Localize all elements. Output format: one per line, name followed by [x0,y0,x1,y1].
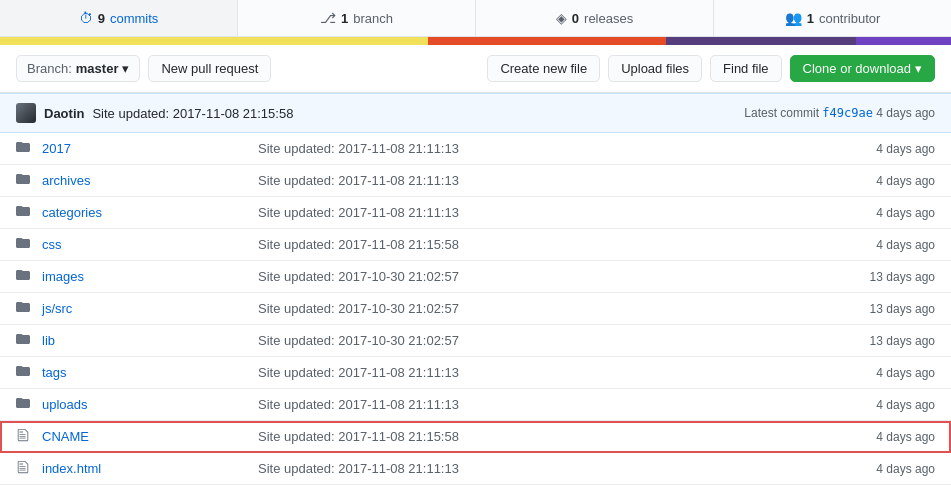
file-name-link[interactable]: images [42,269,84,284]
lang-other-segment [856,37,951,45]
avatar [16,103,36,123]
file-age: 4 days ago [815,174,935,188]
commit-author[interactable]: Daotin [44,106,84,121]
commits-count: 9 [98,11,105,26]
language-color-bar [0,37,951,45]
commit-bar-left: Daotin Site updated: 2017-11-08 21:15:58 [16,103,293,123]
folder-icon [16,237,30,253]
contributors-stat[interactable]: 👥 1 contributor [714,0,951,36]
file-commit-msg: Site updated: 2017-11-08 21:11:13 [242,397,815,412]
file-name-link[interactable]: tags [42,365,67,380]
file-age: 4 days ago [815,398,935,412]
table-row: index.html Site updated: 2017-11-08 21:1… [0,453,951,485]
contributors-icon: 👥 [785,10,802,26]
file-name-link[interactable]: uploads [42,397,88,412]
stats-bar: ⏱ 9 commits ⎇ 1 branch ◈ 0 releases 👥 1 … [0,0,951,37]
file-name-link[interactable]: index.html [42,461,101,476]
releases-stat[interactable]: ◈ 0 releases [476,0,714,36]
upload-files-button[interactable]: Upload files [608,55,702,82]
branch-selector[interactable]: Branch: master ▾ [16,55,140,82]
file-commit-msg: Site updated: 2017-10-30 21:02:57 [242,333,815,348]
branch-chevron-icon: ▾ [122,61,129,76]
file-name-link[interactable]: archives [42,173,90,188]
file-list: 2017 Site updated: 2017-11-08 21:11:13 4… [0,133,951,485]
toolbar-left: Branch: master ▾ New pull request [16,55,271,82]
table-row: archives Site updated: 2017-11-08 21:11:… [0,165,951,197]
file-age: 4 days ago [815,430,935,444]
commits-stat[interactable]: ⏱ 9 commits [0,0,238,36]
branches-stat[interactable]: ⎇ 1 branch [238,0,476,36]
folder-icon [16,205,30,221]
folder-icon [16,173,30,189]
commit-info-bar: Daotin Site updated: 2017-11-08 21:15:58… [0,93,951,133]
table-row: categories Site updated: 2017-11-08 21:1… [0,197,951,229]
toolbar-right: Create new file Upload files Find file C… [487,55,935,82]
file-age: 4 days ago [815,366,935,380]
file-name-link[interactable]: CNAME [42,429,89,444]
commit-message: Site updated: 2017-11-08 21:15:58 [92,106,293,121]
branch-label: Branch: [27,61,72,76]
file-name-link[interactable]: categories [42,205,102,220]
folder-icon [16,301,30,317]
table-row: images Site updated: 2017-10-30 21:02:57… [0,261,951,293]
file-age: 4 days ago [815,142,935,156]
commits-label: commits [110,11,158,26]
clone-button-label: Clone or download [803,61,911,76]
file-commit-msg: Site updated: 2017-11-08 21:15:58 [242,237,815,252]
file-icon [16,461,30,477]
releases-icon: ◈ [556,10,567,26]
commit-hash[interactable]: f49c9ae [822,106,873,120]
new-pull-request-button[interactable]: New pull request [148,55,271,82]
folder-icon [16,333,30,349]
releases-label: releases [584,11,633,26]
folder-icon [16,397,30,413]
file-name-link[interactable]: lib [42,333,55,348]
table-row: CNAME Site updated: 2017-11-08 21:15:58 … [0,421,951,453]
commits-icon: ⏱ [79,10,93,26]
table-row: lib Site updated: 2017-10-30 21:02:57 13… [0,325,951,357]
file-commit-msg: Site updated: 2017-11-08 21:11:13 [242,141,815,156]
file-age: 4 days ago [815,206,935,220]
clone-chevron-icon: ▾ [915,61,922,76]
folder-icon [16,141,30,157]
create-new-file-button[interactable]: Create new file [487,55,600,82]
table-row: 2017 Site updated: 2017-11-08 21:11:13 4… [0,133,951,165]
file-commit-msg: Site updated: 2017-11-08 21:11:13 [242,205,815,220]
file-name-link[interactable]: 2017 [42,141,71,156]
file-icon [16,429,30,445]
branches-icon: ⎇ [320,10,336,26]
folder-icon [16,269,30,285]
lang-html-segment [428,37,666,45]
find-file-button[interactable]: Find file [710,55,782,82]
repository-toolbar: Branch: master ▾ New pull request Create… [0,45,951,93]
file-commit-msg: Site updated: 2017-10-30 21:02:57 [242,301,815,316]
table-row: tags Site updated: 2017-11-08 21:11:13 4… [0,357,951,389]
branches-label: branch [353,11,393,26]
folder-icon [16,365,30,381]
file-age: 13 days ago [815,302,935,316]
clone-or-download-button[interactable]: Clone or download ▾ [790,55,935,82]
file-name-link[interactable]: js/src [42,301,72,316]
commit-age: 4 days ago [876,106,935,120]
commit-bar-right: Latest commit f49c9ae 4 days ago [744,106,935,120]
contributors-count: 1 [807,11,814,26]
file-commit-msg: Site updated: 2017-11-08 21:11:13 [242,173,815,188]
branches-count: 1 [341,11,348,26]
file-age: 13 days ago [815,334,935,348]
file-commit-msg: Site updated: 2017-10-30 21:02:57 [242,269,815,284]
file-commit-msg: Site updated: 2017-11-08 21:15:58 [242,429,815,444]
table-row: js/src Site updated: 2017-10-30 21:02:57… [0,293,951,325]
file-age: 4 days ago [815,238,935,252]
lang-css-segment [666,37,856,45]
file-name-link[interactable]: css [42,237,62,252]
file-age: 4 days ago [815,462,935,476]
contributors-label: contributor [819,11,880,26]
releases-count: 0 [572,11,579,26]
file-commit-msg: Site updated: 2017-11-08 21:11:13 [242,461,815,476]
table-row: uploads Site updated: 2017-11-08 21:11:1… [0,389,951,421]
lang-js-segment [0,37,428,45]
table-row: css Site updated: 2017-11-08 21:15:58 4 … [0,229,951,261]
latest-commit-label: Latest commit [744,106,819,120]
file-commit-msg: Site updated: 2017-11-08 21:11:13 [242,365,815,380]
file-age: 13 days ago [815,270,935,284]
